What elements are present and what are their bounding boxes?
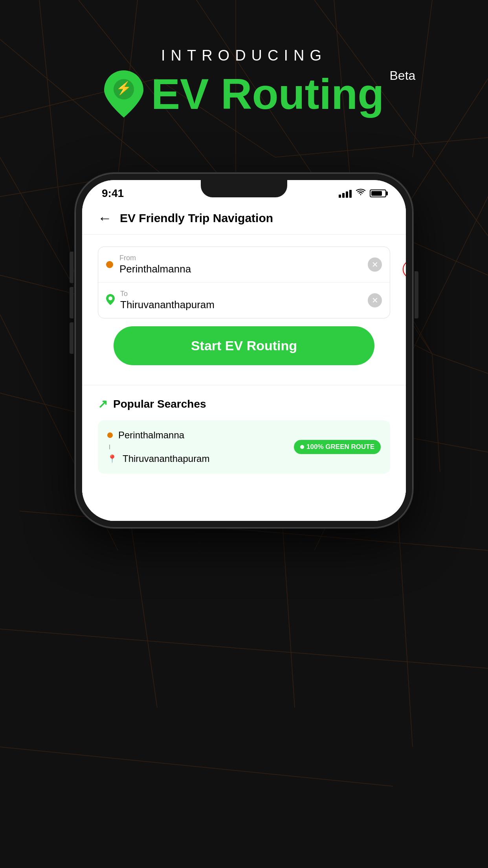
nav-header: ← EV Friendly Trip Navigation [82,202,406,235]
svg-line-37 [0,629,488,668]
from-input-group: From Perinthalmanna [119,254,364,275]
section-divider [82,385,406,385]
popular-route: Perinthalmanna 📍 Thiruvananthapuram [107,430,209,464]
phone-notch [201,180,287,197]
trending-icon: ↗ [98,397,108,411]
start-ev-routing-button[interactable]: Start EV Routing [114,326,374,365]
signal-bar-1 [339,195,341,198]
popular-from-row: Perinthalmanna [107,430,209,441]
svg-text:⚡: ⚡ [116,81,132,96]
popular-to-row: 📍 Thiruvananthapuram [107,453,209,464]
popular-to-text: Thiruvananthapuram [123,453,209,464]
ev-pin-icon: ⚡ [104,70,143,118]
popular-section: ↗ Popular Searches Perinthalmanna 📍 [82,397,406,489]
from-value: Perinthalmanna [119,263,364,275]
phone-mockup: 9:41 [75,173,413,528]
to-value: Thiruvananthapuram [120,299,364,311]
popular-to-pin-icon: 📍 [107,454,117,463]
to-pin-icon [106,294,115,307]
popular-from-text: Perinthalmanna [118,430,184,441]
bottom-space [82,489,406,521]
ev-routing-title: EV Routing [151,70,384,118]
from-dot-icon [106,261,113,268]
ev-routing-row: ⚡ EV Routing Beta [104,70,384,118]
back-button[interactable]: ← [98,210,112,226]
wifi-icon [356,188,366,199]
phone-outer: 9:41 [75,173,413,528]
phone-screen: 9:41 [82,180,406,521]
signal-bar-4 [349,190,352,198]
signal-icon [339,189,352,198]
from-input-row[interactable]: From Perinthalmanna ✕ [98,247,390,283]
status-time: 9:41 [102,187,124,200]
to-input-row[interactable]: To Thiruvananthapuram ✕ [98,283,390,318]
popular-title: Popular Searches [113,398,206,410]
route-form: From Perinthalmanna ✕ [82,235,406,385]
add-stop-button[interactable]: Add Stop [403,260,406,278]
popular-from-dot [107,432,113,438]
floating-actions: Add Stop [403,260,406,305]
clear-from-button[interactable]: ✕ [368,257,382,272]
route-connector [109,445,110,449]
green-route-badge-text: 100% GREEN ROUTE [306,443,374,451]
svg-line-16 [432,354,488,373]
beta-badge: Beta [390,68,416,83]
green-route-badge: 100% GREEN ROUTE [294,440,381,454]
route-input-card: From Perinthalmanna ✕ [98,246,390,318]
intro-section: INTRODUCING ⚡ EV Routing Beta [0,47,488,118]
svg-line-27 [432,354,440,472]
nav-title: EV Friendly Trip Navigation [120,211,273,225]
svg-point-44 [108,296,112,300]
battery-fill [371,191,382,196]
clear-to-button[interactable]: ✕ [368,293,382,307]
svg-line-2 [275,138,488,157]
signal-bar-3 [346,191,348,198]
to-input-group: To Thiruvananthapuram [120,290,364,311]
introducing-label: INTRODUCING [161,47,327,64]
svg-line-38 [0,747,393,786]
badge-dot-icon [300,445,304,449]
from-label: From [119,254,364,262]
svg-line-12 [0,275,79,295]
battery-icon [370,189,386,197]
popular-header: ↗ Popular Searches [98,397,390,411]
signal-bar-2 [342,193,345,198]
status-icons [339,188,386,199]
app-content: ← EV Friendly Trip Navigation From Perin… [82,202,406,521]
to-label: To [120,290,364,298]
popular-card[interactable]: Perinthalmanna 📍 Thiruvananthapuram 100%… [98,420,390,474]
